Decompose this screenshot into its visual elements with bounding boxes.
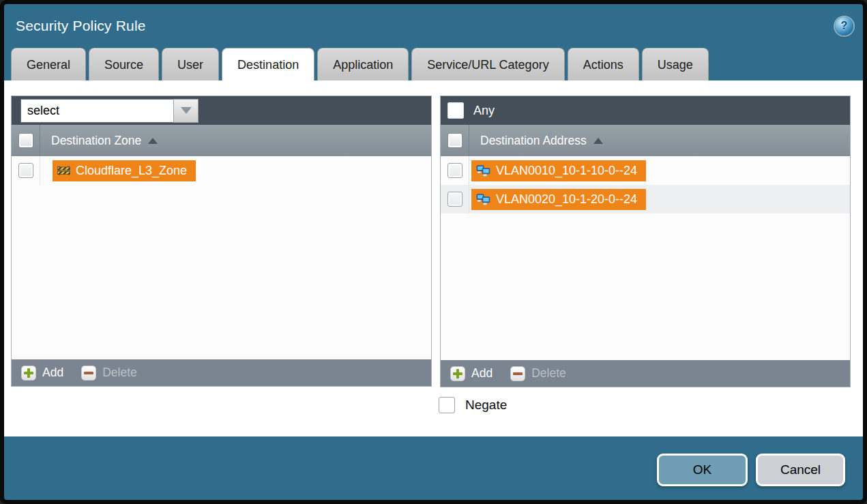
- address-list-item[interactable]: VLAN0010_10-1-10-0--24: [441, 156, 850, 185]
- zone-select-all-checkbox[interactable]: [18, 133, 33, 148]
- cancel-button[interactable]: Cancel: [756, 454, 845, 486]
- tab-general[interactable]: General: [11, 48, 86, 80]
- zone-filter-dropdown-button[interactable]: [173, 99, 199, 123]
- sort-ascending-icon: [593, 138, 603, 144]
- zone-icon: [57, 165, 70, 176]
- zone-filter-select: [20, 99, 199, 123]
- tab-service-url-category[interactable]: Service/URL Category: [411, 48, 564, 80]
- address-row-checkbox[interactable]: [447, 192, 462, 207]
- zone-column-title: Destination Zone: [51, 134, 141, 148]
- ok-button[interactable]: OK: [657, 454, 748, 486]
- chevron-down-icon: [181, 107, 192, 114]
- zone-list-item[interactable]: Cloudflare_L3_Zone: [12, 156, 431, 185]
- tab-bar: General Source User Destination Applicat…: [4, 48, 863, 80]
- dialog-footer: OK Cancel: [4, 436, 863, 500]
- sort-ascending-icon: [148, 138, 158, 144]
- address-footer: Add Delete: [441, 360, 850, 387]
- destination-zone-panel: Destination Zone: [11, 95, 432, 387]
- zone-chip[interactable]: Cloudflare_L3_Zone: [53, 160, 196, 181]
- minus-icon: [510, 366, 525, 381]
- plus-icon: [450, 366, 465, 381]
- plus-icon: [21, 366, 36, 381]
- zone-add-button[interactable]: Add: [21, 366, 63, 381]
- screen: Security Policy Rule ? General Source Us…: [0, 0, 867, 504]
- tab-usage[interactable]: Usage: [642, 48, 709, 80]
- zone-list: Cloudflare_L3_Zone: [12, 156, 431, 359]
- address-list-item[interactable]: VLAN0020_10-1-20-0--24: [441, 185, 850, 213]
- address-chip[interactable]: VLAN0010_10-1-10-0--24: [471, 160, 646, 181]
- address-row-checkbox[interactable]: [447, 163, 462, 178]
- zone-footer: Add Delete: [12, 359, 431, 386]
- address-chip-label: VLAN0020_10-1-20-0--24: [496, 192, 637, 207]
- dialog-title: Security Policy Rule: [16, 18, 146, 34]
- any-label: Any: [473, 104, 495, 118]
- tab-destination[interactable]: Destination: [222, 48, 314, 80]
- titlebar: Security Policy Rule ?: [4, 4, 863, 48]
- address-select-all-checkbox[interactable]: [447, 133, 462, 148]
- zone-filter-input[interactable]: [20, 99, 173, 123]
- negate-checkbox[interactable]: [439, 397, 455, 413]
- address-chip[interactable]: VLAN0020_10-1-20-0--24: [471, 189, 646, 210]
- destination-address-panel: Any Destination Address: [440, 95, 851, 387]
- address-column-title: Destination Address: [480, 134, 587, 148]
- zone-delete-button[interactable]: Delete: [81, 366, 137, 381]
- zone-column-header[interactable]: Destination Zone: [12, 125, 431, 156]
- zone-row-checkbox[interactable]: [18, 163, 33, 178]
- tab-source[interactable]: Source: [89, 48, 159, 80]
- address-icon: [476, 194, 490, 205]
- security-policy-rule-dialog: Security Policy Rule ? General Source Us…: [4, 4, 863, 500]
- tab-user[interactable]: User: [162, 48, 219, 80]
- address-icon: [476, 165, 490, 177]
- any-checkbox[interactable]: [447, 102, 464, 119]
- negate-row: Negate: [439, 397, 507, 413]
- negate-label: Negate: [465, 398, 507, 413]
- address-chip-label: VLAN0010_10-1-10-0--24: [496, 164, 637, 178]
- help-icon[interactable]: ?: [835, 17, 853, 35]
- address-list: VLAN0010_10-1-10-0--24: [441, 156, 850, 360]
- zone-chip-label: Cloudflare_L3_Zone: [76, 164, 187, 178]
- address-add-button[interactable]: Add: [450, 366, 493, 381]
- zone-toolbar: [12, 96, 431, 125]
- tab-application[interactable]: Application: [317, 48, 409, 80]
- address-toolbar: Any: [441, 96, 850, 125]
- address-delete-button[interactable]: Delete: [510, 366, 566, 381]
- minus-icon: [81, 366, 96, 381]
- tab-actions[interactable]: Actions: [568, 48, 639, 80]
- address-column-header[interactable]: Destination Address: [441, 125, 850, 156]
- destination-tab-content: Destination Zone: [4, 80, 863, 436]
